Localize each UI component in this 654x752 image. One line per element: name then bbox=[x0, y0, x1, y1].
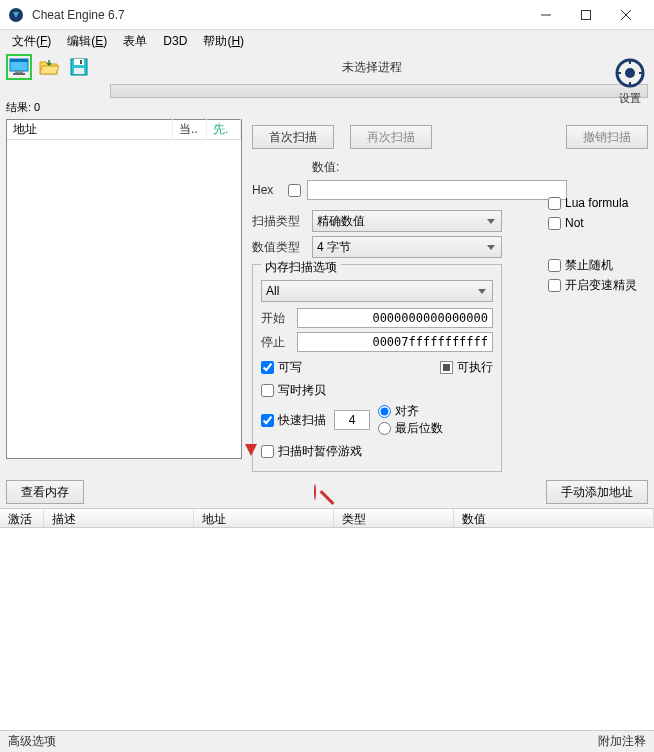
executable-label: 可执行 bbox=[457, 359, 493, 376]
save-button[interactable] bbox=[66, 54, 92, 80]
found-list[interactable]: 地址 当.. 先. bbox=[6, 119, 242, 459]
lua-formula-label: Lua formula bbox=[565, 196, 628, 210]
close-button[interactable] bbox=[606, 1, 646, 29]
writable-label: 可写 bbox=[278, 359, 302, 376]
cheat-engine-logo-icon[interactable] bbox=[615, 77, 645, 91]
select-process-button[interactable] bbox=[6, 54, 32, 80]
svg-rect-6 bbox=[10, 59, 28, 62]
pause-game-label: 扫描时暂停游戏 bbox=[278, 443, 362, 460]
menu-edit[interactable]: 编辑(E) bbox=[59, 31, 115, 52]
writable-checkbox[interactable] bbox=[261, 361, 274, 374]
advanced-options-link[interactable]: 高级选项 bbox=[8, 733, 56, 750]
value-type-label: 数值类型 bbox=[252, 239, 306, 256]
next-scan-button[interactable]: 再次扫描 bbox=[350, 125, 432, 149]
menu-d3d[interactable]: D3D bbox=[155, 32, 195, 50]
svg-rect-11 bbox=[80, 60, 82, 64]
results-count-label: 结果: 0 bbox=[0, 100, 654, 115]
first-scan-button[interactable]: 首次扫描 bbox=[252, 125, 334, 149]
disable-random-checkbox[interactable] bbox=[548, 259, 561, 272]
svg-rect-12 bbox=[74, 68, 84, 74]
last-digits-radio[interactable] bbox=[378, 422, 391, 435]
stop-icon[interactable] bbox=[314, 485, 316, 499]
col-current[interactable]: 当.. bbox=[173, 119, 207, 140]
last-digits-label: 最后位数 bbox=[395, 420, 443, 437]
th-type[interactable]: 类型 bbox=[334, 509, 454, 527]
not-checkbox[interactable] bbox=[548, 217, 561, 230]
stop-label: 停止 bbox=[261, 334, 291, 351]
pause-game-checkbox[interactable] bbox=[261, 445, 274, 458]
settings-label[interactable]: 设置 bbox=[612, 91, 648, 106]
copy-on-write-checkbox[interactable] bbox=[261, 384, 274, 397]
svg-rect-8 bbox=[13, 73, 25, 75]
hex-label: Hex bbox=[252, 183, 282, 197]
svg-rect-2 bbox=[582, 10, 591, 19]
open-file-button[interactable] bbox=[36, 54, 62, 80]
process-label: 未选择进程 bbox=[96, 57, 648, 78]
maximize-button[interactable] bbox=[566, 1, 606, 29]
value-input[interactable] bbox=[307, 180, 567, 200]
app-icon bbox=[8, 7, 24, 23]
stop-address-input[interactable] bbox=[297, 332, 493, 352]
add-comment-link[interactable]: 附加注释 bbox=[598, 733, 646, 750]
window-title: Cheat Engine 6.7 bbox=[32, 8, 526, 22]
undo-scan-button[interactable]: 撤销扫描 bbox=[566, 125, 648, 149]
memory-scan-options-legend: 内存扫描选项 bbox=[261, 259, 341, 276]
hex-checkbox[interactable] bbox=[288, 184, 301, 197]
start-label: 开始 bbox=[261, 310, 291, 327]
memory-scan-options-group: 内存扫描选项 All 开始 停止 可写 bbox=[252, 264, 502, 472]
menu-file[interactable]: 文件(F) bbox=[4, 31, 59, 52]
value-type-select[interactable]: 4 字节 bbox=[312, 236, 502, 258]
progress-bar bbox=[110, 84, 648, 98]
speedhack-label: 开启变速精灵 bbox=[565, 277, 637, 294]
th-value[interactable]: 数值 bbox=[454, 509, 654, 527]
scan-type-label: 扫描类型 bbox=[252, 213, 306, 230]
menu-help[interactable]: 帮助(H) bbox=[195, 31, 252, 52]
svg-rect-10 bbox=[74, 59, 84, 65]
menu-table[interactable]: 表单 bbox=[115, 31, 155, 52]
fast-scan-label: 快速扫描 bbox=[278, 412, 326, 429]
copy-on-write-label: 写时拷贝 bbox=[278, 382, 326, 399]
fast-scan-value-input[interactable] bbox=[334, 410, 370, 430]
view-memory-button[interactable]: 查看内存 bbox=[6, 480, 84, 504]
address-list-header: 激活 描述 地址 类型 数值 bbox=[0, 508, 654, 528]
aligned-radio[interactable] bbox=[378, 405, 391, 418]
start-address-input[interactable] bbox=[297, 308, 493, 328]
svg-point-14 bbox=[625, 68, 635, 78]
found-list-header: 地址 当.. 先. bbox=[7, 120, 241, 140]
value-label: 数值: bbox=[312, 159, 648, 176]
col-previous[interactable]: 先. bbox=[207, 119, 241, 140]
add-to-addresslist-icon[interactable] bbox=[243, 442, 259, 458]
th-active[interactable]: 激活 bbox=[0, 509, 44, 527]
status-bar: 高级选项 附加注释 bbox=[0, 730, 654, 752]
speedhack-checkbox[interactable] bbox=[548, 279, 561, 292]
svg-rect-7 bbox=[15, 71, 23, 73]
col-address[interactable]: 地址 bbox=[7, 119, 173, 140]
lua-formula-checkbox[interactable] bbox=[548, 197, 561, 210]
add-address-manual-button[interactable]: 手动添加地址 bbox=[546, 480, 648, 504]
fast-scan-checkbox[interactable] bbox=[261, 414, 274, 427]
minimize-button[interactable] bbox=[526, 1, 566, 29]
executable-checkbox[interactable] bbox=[440, 361, 453, 374]
scan-type-select[interactable]: 精确数值 bbox=[312, 210, 502, 232]
menu-bar: 文件(F) 编辑(E) 表单 D3D 帮助(H) bbox=[0, 30, 654, 52]
th-description[interactable]: 描述 bbox=[44, 509, 194, 527]
address-list-body[interactable] bbox=[0, 528, 654, 752]
region-select[interactable]: All bbox=[261, 280, 493, 302]
th-address[interactable]: 地址 bbox=[194, 509, 334, 527]
aligned-label: 对齐 bbox=[395, 403, 419, 420]
disable-random-label: 禁止随机 bbox=[565, 257, 613, 274]
not-label: Not bbox=[565, 216, 584, 230]
